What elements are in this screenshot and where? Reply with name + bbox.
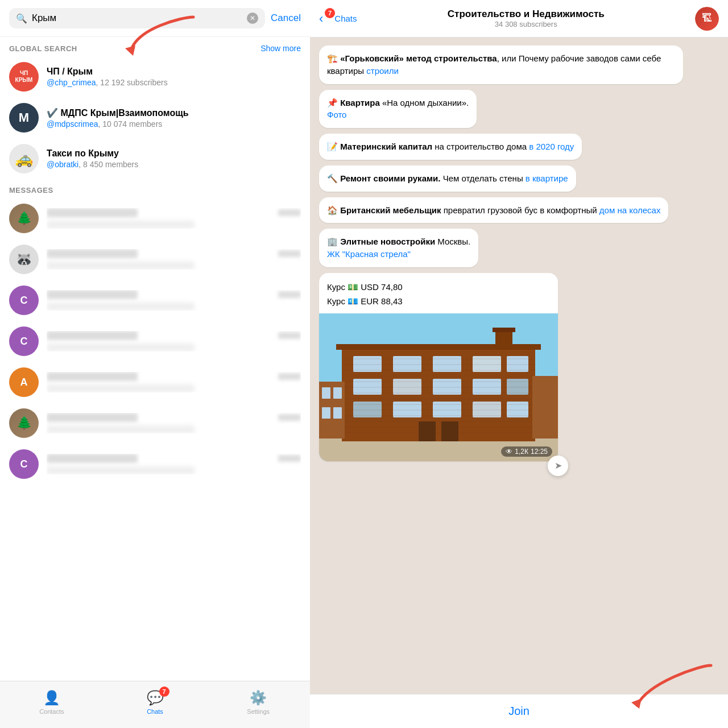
- search-result-taxi[interactable]: 🚕 Такси по Крыму @obratki, 8 450 members: [0, 138, 310, 179]
- messages-header: MESSAGES: [0, 179, 310, 198]
- message-text-3: 📝 Материнский капитал на строительство д…: [327, 140, 574, 153]
- message-text-5: 🏠 Британский мебельщик превратил грузово…: [327, 204, 660, 217]
- left-panel: 🔍 ✕ Cancel GLOBAL SEARCH Show more ЧПКРЫ…: [0, 0, 310, 728]
- search-input-wrap: 🔍 ✕: [9, 8, 265, 28]
- join-bar: Join: [310, 694, 728, 728]
- message-row-1[interactable]: 🌲: [0, 198, 310, 239]
- message-bubble-2: 📌 Квартира «На одном дыхании».Фото: [319, 90, 477, 129]
- tab-chats[interactable]: 💬 7 Chats: [104, 690, 207, 719]
- message-bubble-5: 🏠 Британский мебельщик превратил грузово…: [319, 197, 668, 224]
- search-icon: 🔍: [16, 13, 27, 24]
- svg-rect-18: [473, 402, 501, 417]
- channel-avatar[interactable]: 🏗: [695, 7, 719, 31]
- search-bar: 🔍 ✕ Cancel: [0, 0, 310, 37]
- avatar-taxi: 🚕: [9, 144, 39, 173]
- tab-contacts[interactable]: 👤 Contacts: [0, 690, 104, 719]
- message-text-1: 🏗️ «Горьковский» метод строительства, ил…: [327, 52, 675, 77]
- msg-content-7: [47, 454, 301, 474]
- result-name-mdps: ✔️ МДПС Крым|Взаимопомощь: [47, 107, 301, 118]
- back-label: Chats: [334, 14, 357, 23]
- message-text-6: 🏢 Элитные новостройки Москвы.ЖК "Красная…: [327, 235, 470, 260]
- chat-area: 🏗️ «Горьковский» метод строительства, ил…: [310, 38, 728, 694]
- view-icon: 👁: [506, 448, 512, 456]
- message-row-7[interactable]: С: [0, 444, 310, 485]
- tab-chats-label: Chats: [147, 708, 163, 715]
- message-bubble-7: Курс 💵 USD 74,80Курс 💶 EUR 88,43: [319, 273, 558, 461]
- msg-content-5: [47, 372, 301, 392]
- chats-badge: 7: [159, 686, 169, 697]
- share-button[interactable]: ➤: [548, 456, 568, 476]
- messages-list: 🌲 🦝 С: [0, 198, 310, 681]
- join-button[interactable]: Join: [508, 705, 530, 718]
- tab-settings-label: Settings: [247, 708, 270, 715]
- result-info-mdps: ✔️ МДПС Крым|Взаимопомощь @mdpscrimea, 1…: [47, 107, 301, 129]
- channel-info: Строительство и Недвижимость 34 308 subs…: [364, 9, 688, 28]
- msg-content-4: [47, 331, 301, 351]
- svg-rect-8: [473, 356, 501, 372]
- avatar-msg7: С: [9, 449, 39, 479]
- svg-rect-13: [473, 379, 501, 395]
- cancel-button[interactable]: Cancel: [271, 13, 301, 24]
- avatar-msg3: С: [9, 286, 39, 315]
- avatar-mdps: М: [9, 103, 39, 133]
- svg-rect-17: [433, 402, 461, 417]
- clear-button[interactable]: ✕: [247, 13, 258, 24]
- svg-rect-20: [419, 421, 436, 441]
- svg-marker-45: [631, 698, 642, 709]
- message-bubble-4: 🔨 Ремонт своими руками. Чем отделать сте…: [319, 166, 576, 192]
- message-bubble-3: 📝 Материнский капитал на строительство д…: [319, 134, 582, 160]
- message-row-4[interactable]: С: [0, 321, 310, 362]
- result-info-chp: ЧП / Крым @chp_crimea, 12 192 subscriber…: [47, 67, 301, 87]
- msg-content-3: [47, 290, 301, 311]
- svg-rect-6: [393, 356, 421, 372]
- tab-contacts-label: Contacts: [39, 708, 64, 715]
- svg-rect-43: [333, 407, 342, 419]
- svg-rect-11: [393, 379, 421, 395]
- message-row-2[interactable]: 🦝: [0, 239, 310, 280]
- channel-name: Строительство и Недвижимость: [448, 9, 605, 20]
- contacts-icon: 👤: [43, 690, 60, 706]
- svg-rect-12: [433, 379, 461, 395]
- svg-rect-42: [322, 407, 330, 419]
- avatar-msg4: С: [9, 326, 39, 356]
- message-bubble-6: 🏢 Элитные новостройки Москвы.ЖК "Красная…: [319, 229, 478, 267]
- avatar-msg5: А: [9, 367, 39, 397]
- svg-rect-7: [433, 356, 461, 372]
- result-sub-mdps: @mdpscrimea, 10 074 members: [47, 119, 301, 129]
- result-sub-taxi: @obratki, 8 450 members: [47, 160, 301, 169]
- search-result-chp[interactable]: ЧПКРЫМ ЧП / Крым @chp_crimea, 12 192 sub…: [0, 56, 310, 97]
- message-text-2: 📌 Квартира «На одном дыхании».Фото: [327, 97, 469, 122]
- svg-rect-19: [507, 402, 528, 417]
- result-name-chp: ЧП / Крым: [47, 67, 301, 77]
- tab-settings[interactable]: ⚙️ Settings: [206, 690, 310, 719]
- svg-rect-16: [393, 402, 421, 417]
- message-row-6[interactable]: 🌲: [0, 403, 310, 444]
- show-more-button[interactable]: Show more: [260, 44, 301, 53]
- result-name-taxi: Такси по Крыму: [47, 148, 301, 159]
- svg-rect-14: [507, 379, 528, 395]
- message-row-5[interactable]: А: [0, 362, 310, 403]
- avatar-msg2: 🦝: [9, 245, 39, 274]
- svg-rect-21: [441, 421, 458, 441]
- avatar-msg1: 🌲: [9, 204, 39, 233]
- image-time: 12:25: [531, 448, 548, 456]
- search-result-mdps[interactable]: М ✔️ МДПС Крым|Взаимопомощь @mdpscrimea,…: [0, 97, 310, 138]
- global-search-header: GLOBAL SEARCH Show more: [0, 37, 310, 56]
- channel-subscribers: 34 308 subscribers: [495, 20, 557, 28]
- svg-rect-9: [507, 356, 528, 372]
- avatar-msg6: 🌲: [9, 408, 39, 438]
- back-badge: 7: [325, 8, 335, 18]
- svg-rect-44: [532, 376, 558, 439]
- back-button[interactable]: ‹ 7 Chats: [319, 13, 357, 25]
- global-search-label: GLOBAL SEARCH: [9, 44, 77, 53]
- message-row-3[interactable]: С: [0, 280, 310, 321]
- result-sub-chp: @chp_crimea, 12 192 subscribers: [47, 78, 301, 87]
- msg-content-2: [47, 249, 301, 270]
- messages-label: MESSAGES: [9, 186, 53, 195]
- chats-icon: 💬 7: [147, 690, 164, 706]
- svg-rect-37: [495, 330, 512, 346]
- currency-text: Курс 💵 USD 74,80Курс 💶 EUR 88,43: [327, 280, 550, 309]
- message-bubble-1: 🏗️ «Горьковский» метод строительства, ил…: [319, 46, 683, 84]
- channel-header: ‹ 7 Chats Строительство и Недвижимость 3…: [310, 0, 728, 38]
- search-input[interactable]: [32, 13, 242, 24]
